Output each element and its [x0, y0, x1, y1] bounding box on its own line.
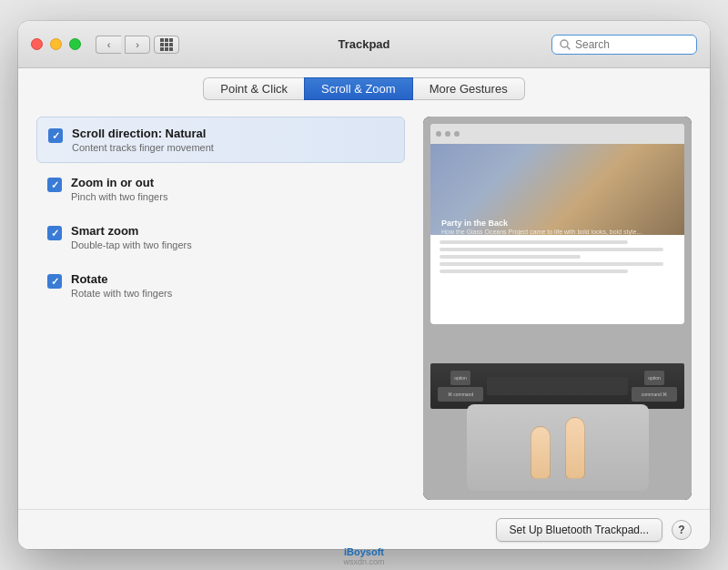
webpage-hero: Party in the Back How the Glass Oceans P… [430, 144, 684, 235]
svg-point-0 [561, 40, 568, 47]
browser-dot-2 [445, 131, 450, 137]
option-zoom-title: Zoom in or out [71, 176, 167, 189]
webpage-hero-sub: How the Glass Oceans Project came to lif… [441, 229, 642, 235]
key-command-left: ⌘ command [438, 387, 483, 402]
option-rotate-title: Rotate [71, 272, 172, 286]
bottom-bar: Set Up Bluetooth Trackpad... ? [18, 509, 710, 549]
titlebar: ‹ › Trackpad [18, 21, 710, 68]
checkbox-scroll-direction[interactable]: ✓ [48, 128, 63, 143]
content-area: ✓ Scroll direction: Natural Content trac… [18, 107, 710, 509]
tab-scroll-zoom[interactable]: Scroll & Zoom [304, 77, 413, 100]
checkbox-rotate[interactable]: ✓ [47, 274, 62, 289]
maximize-button[interactable] [69, 38, 81, 50]
trackpad [467, 404, 649, 491]
main-window: ‹ › Trackpad Point & Click Scroll & Zoom… [18, 21, 710, 549]
finger-2 [565, 417, 585, 479]
forward-button[interactable]: › [125, 36, 150, 54]
svg-line-1 [568, 46, 571, 49]
option-scroll-direction-title: Scroll direction: Natural [72, 127, 214, 140]
search-box[interactable] [551, 35, 697, 55]
option-smart-zoom-desc: Double-tap with two fingers [71, 239, 192, 250]
finger-gesture [531, 417, 585, 479]
option-zoom-in-out: ✓ Zoom in or out Pinch with two fingers [36, 167, 405, 211]
grid-view-button[interactable] [154, 36, 179, 54]
webpage-hero-title: Party in the Back [441, 219, 508, 228]
laptop-screen: Party in the Back How the Glass Oceans P… [430, 124, 684, 324]
option-rotate-desc: Rotate with two fingers [71, 288, 172, 299]
help-button[interactable]: ? [672, 520, 692, 540]
browser-bar [430, 124, 684, 144]
minimize-button[interactable] [50, 38, 62, 50]
tabbar: Point & Click Scroll & Zoom More Gesture… [18, 68, 710, 107]
webpage-line-2 [440, 248, 663, 251]
options-panel: ✓ Scroll direction: Natural Content trac… [36, 117, 405, 500]
close-button[interactable] [31, 38, 43, 50]
option-scroll-direction-desc: Content tracks finger movement [72, 142, 214, 153]
key-option-right: option [644, 371, 664, 385]
checkmark-icon: ✓ [52, 131, 60, 141]
webpage-line-3 [440, 255, 581, 259]
checkmark-icon: ✓ [51, 180, 59, 190]
option-smart-zoom-title: Smart zoom [71, 224, 192, 238]
option-rotate: ✓ Rotate Rotate with two fingers [36, 263, 405, 308]
option-zoom-desc: Pinch with two fingers [71, 191, 167, 202]
browser-dot-3 [454, 131, 460, 137]
nav-buttons: ‹ › [96, 36, 150, 54]
webpage-line-4 [440, 262, 663, 266]
checkmark-icon: ✓ [51, 229, 59, 239]
checkbox-smart-zoom[interactable]: ✓ [47, 226, 62, 240]
webpage-line-1 [440, 240, 628, 244]
laptop-container: Party in the Back How the Glass Oceans P… [423, 117, 692, 500]
tab-point-click[interactable]: Point & Click [203, 77, 304, 100]
grid-icon [160, 38, 173, 51]
watermark-wsxdn: wsxdn.com [343, 557, 384, 566]
bluetooth-button[interactable]: Set Up Bluetooth Trackpad... [496, 518, 662, 542]
webpage-body [430, 235, 684, 282]
watermark: iBoysoft wsxdn.com [343, 546, 384, 566]
search-icon [560, 39, 571, 50]
webpage-line-5 [440, 270, 628, 273]
keyboard-area: option ⌘ command option command ⌘ [430, 363, 684, 409]
checkbox-zoom-in-out[interactable]: ✓ [47, 178, 62, 192]
browser-dot-1 [436, 131, 441, 137]
spacebar [487, 377, 628, 395]
traffic-lights [31, 38, 81, 50]
option-scroll-direction: ✓ Scroll direction: Natural Content trac… [36, 117, 405, 163]
option-smart-zoom: ✓ Smart zoom Double-tap with two fingers [36, 215, 405, 260]
window-title: Trackpad [338, 37, 389, 51]
tab-more-gestures[interactable]: More Gestures [413, 77, 525, 100]
finger-1 [531, 426, 551, 479]
key-group-left: option ⌘ command [438, 371, 483, 402]
search-input[interactable] [575, 38, 689, 51]
checkmark-icon: ✓ [51, 277, 59, 287]
preview-panel: Party in the Back How the Glass Oceans P… [423, 117, 692, 500]
back-button[interactable]: ‹ [96, 36, 121, 54]
key-command-right: command ⌘ [632, 387, 677, 402]
key-option-left: option [450, 371, 470, 385]
key-group-right: option command ⌘ [632, 371, 677, 402]
